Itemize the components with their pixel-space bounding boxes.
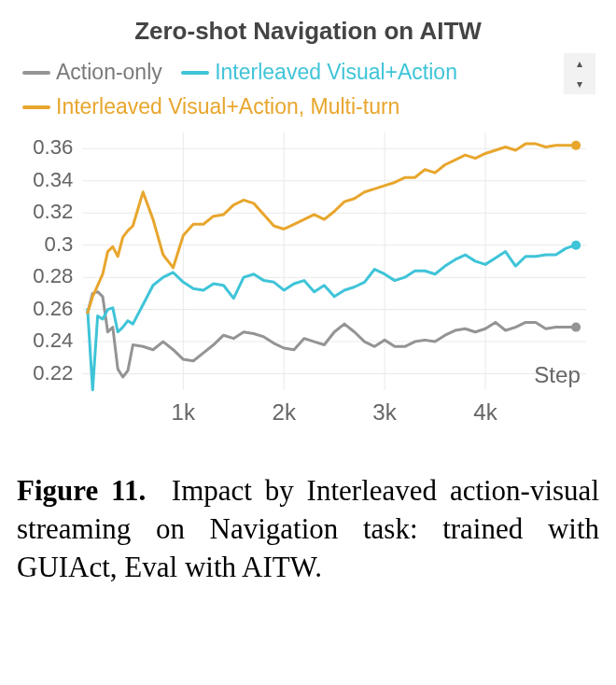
y-tick-label: 0.22 bbox=[33, 361, 73, 384]
y-tick-label: 0.36 bbox=[33, 135, 73, 159]
chart-plot: 0.220.240.260.280.30.320.340.361k2k3k4kS… bbox=[17, 127, 599, 437]
legend-label-2: Interleaved Visual+Action, Multi-turn bbox=[56, 92, 399, 121]
x-axis-label: Step bbox=[534, 362, 581, 387]
y-tick-label: 0.28 bbox=[33, 264, 73, 287]
legend-swatch-2 bbox=[22, 105, 50, 109]
series-end-marker bbox=[571, 323, 581, 332]
series-line bbox=[88, 144, 576, 313]
legend-label-1: Interleaved Visual+Action bbox=[215, 58, 457, 87]
x-tick-label: 2k bbox=[272, 399, 296, 425]
y-tick-label: 0.3 bbox=[45, 232, 74, 256]
chart-toolbar: ▴ ▾ bbox=[564, 53, 595, 94]
toolbar-up-button[interactable]: ▴ bbox=[564, 53, 595, 74]
chart-title: Zero-shot Navigation on AITW bbox=[17, 17, 599, 46]
y-tick-label: 0.24 bbox=[33, 329, 73, 352]
toolbar-down-button[interactable]: ▾ bbox=[564, 74, 595, 94]
series-end-marker bbox=[571, 241, 581, 250]
series-line bbox=[88, 292, 576, 377]
legend-item-0[interactable]: Action-only bbox=[22, 58, 162, 87]
series-line bbox=[88, 245, 576, 390]
y-tick-label: 0.32 bbox=[33, 200, 73, 223]
legend: Action-only Interleaved Visual+Action In… bbox=[17, 53, 599, 121]
figure-label: Figure 11. bbox=[17, 474, 146, 507]
x-tick-label: 4k bbox=[473, 399, 497, 425]
legend-swatch-1 bbox=[181, 71, 209, 75]
legend-item-1[interactable]: Interleaved Visual+Action bbox=[181, 58, 457, 87]
x-tick-label: 1k bbox=[172, 399, 196, 425]
x-tick-label: 3k bbox=[372, 399, 397, 425]
y-tick-label: 0.26 bbox=[33, 297, 73, 320]
legend-swatch-0 bbox=[22, 71, 50, 75]
y-tick-label: 0.34 bbox=[33, 168, 73, 191]
legend-label-0: Action-only bbox=[56, 58, 162, 87]
legend-item-2[interactable]: Interleaved Visual+Action, Multi-turn bbox=[22, 92, 399, 121]
figure-caption: Figure 11. Impact by Interleaved action-… bbox=[17, 472, 599, 587]
series-end-marker bbox=[571, 141, 581, 150]
